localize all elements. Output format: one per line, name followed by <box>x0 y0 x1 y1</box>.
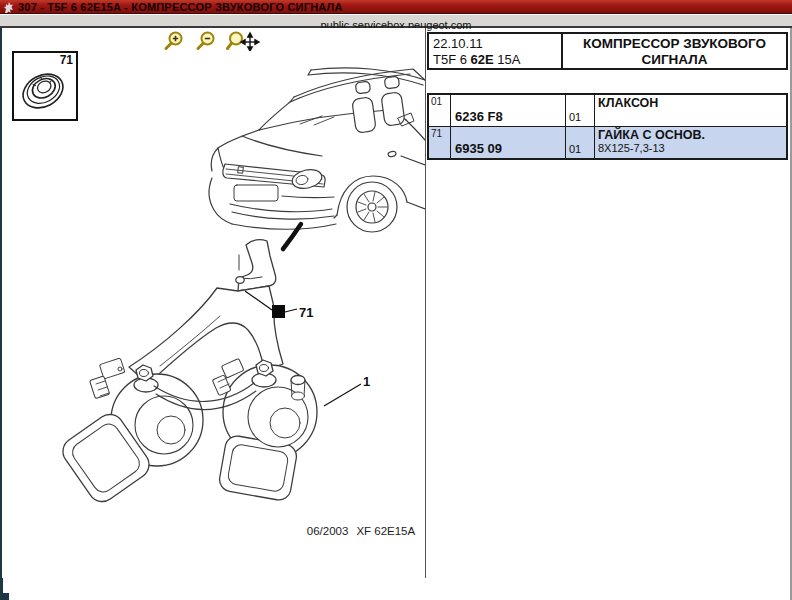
callout-71-label[interactable]: 71 <box>299 305 313 320</box>
zoom-pan-button[interactable] <box>226 31 260 51</box>
table-row-nut[interactable]: 71 6935 09 01 ГАЙКА С ОСНОВ. 8X125-7,3-1… <box>428 127 787 160</box>
peugeot-lion-icon <box>2 0 15 13</box>
callout-1-label[interactable]: 1 <box>363 374 370 389</box>
caption-code: XF 62E15A <box>356 525 415 537</box>
zoom-in-icon <box>162 31 186 51</box>
address-bar: public.servicebox.peugeot.com <box>0 15 792 28</box>
app-window: 307 - T5F 6 62E15A - КОМПРЕССОР ЗВУКОВОГ… <box>0 0 792 600</box>
row-ref: 01 <box>428 94 451 127</box>
zoom-in-button[interactable] <box>162 31 186 51</box>
zoom-pan-icon <box>226 31 260 51</box>
zoom-out-button[interactable] <box>194 31 218 51</box>
row-qty: 01 <box>566 127 595 160</box>
row-ref: 71 <box>428 127 451 160</box>
header-code: T5F 6 62E 15A <box>433 52 557 68</box>
pointer-arrow <box>283 224 301 249</box>
caption-date: 06/2003 <box>307 525 349 537</box>
header-date: 22.10.11 <box>433 36 557 52</box>
row-part: 6935 09 <box>451 127 566 160</box>
table-row-klaxon[interactable]: 01 6236 F8 01 КЛАКСОН <box>428 94 787 127</box>
table-header: 22.10.11 T5F 6 62E 15A КОМПРЕССОР ЗВУКОВ… <box>427 32 788 70</box>
part-inset-box: 71 <box>12 51 78 121</box>
header-title: КОМПРЕССОР ЗВУКОВОГО СИГНАЛА <box>563 34 786 68</box>
window-title: 307 - T5F 6 62E15A - КОМПРЕССОР ЗВУКОВОГ… <box>18 1 343 13</box>
parts-table: 01 6236 F8 01 КЛАКСОН 71 6935 09 01 ГАЙК… <box>427 93 788 160</box>
horns-illustration <box>58 358 317 507</box>
inset-part-number: 71 <box>60 53 73 67</box>
row-desc: ГАЙКА С ОСНОВ. 8X125-7,3-13 <box>595 127 788 160</box>
parts-table-pane: 22.10.11 T5F 6 62E 15A КОМПРЕССОР ЗВУКОВ… <box>427 28 790 578</box>
zoom-out-icon <box>194 31 218 51</box>
pane-divider <box>425 28 426 578</box>
car-illustration <box>209 68 425 232</box>
zoom-toolbar <box>162 31 260 51</box>
diagram-caption: 06/2003XF 62E15A <box>297 525 425 537</box>
callout-71-square <box>272 305 285 318</box>
callout-1[interactable]: 1 <box>324 374 370 406</box>
header-reference-cell: 22.10.11 T5F 6 62E 15A <box>429 34 563 68</box>
title-bar: 307 - T5F 6 62E15A - КОМПРЕССОР ЗВУКОВОГ… <box>0 0 792 14</box>
row-qty: 01 <box>566 94 595 127</box>
row-desc: КЛАКСОН <box>595 94 788 127</box>
diagram-pane: 71 1 <box>2 28 425 578</box>
bracket-illustration <box>129 240 283 384</box>
callout-71[interactable]: 71 <box>245 291 313 320</box>
bottom-left-mark <box>0 593 9 600</box>
row-part: 6236 F8 <box>451 94 566 127</box>
